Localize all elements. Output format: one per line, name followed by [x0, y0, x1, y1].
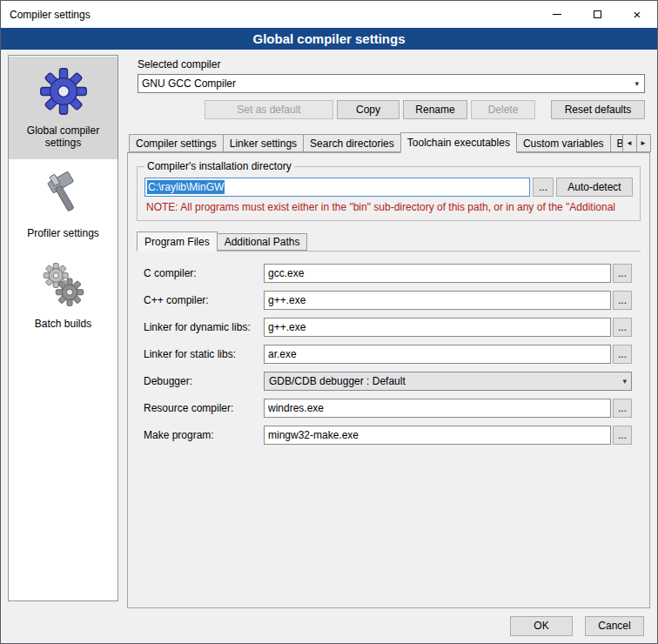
minimize-button[interactable]	[537, 1, 577, 28]
selected-compiler-label: Selected compiler	[138, 58, 650, 70]
minimize-icon	[553, 14, 561, 15]
gear-icon	[12, 65, 114, 117]
main-panel: Selected compiler GNU GCC Compiler ▾ Set…	[127, 50, 650, 608]
cancel-button[interactable]: Cancel	[585, 616, 644, 636]
installation-directory-group-title: Compiler's installation directory	[144, 160, 294, 172]
sidebar-item-label: Batch builds	[12, 318, 114, 330]
c-compiler-browse-button[interactable]: ...	[613, 264, 632, 283]
installation-directory-group: Compiler's installation directory C:\ray…	[137, 160, 641, 221]
make-program-browse-button[interactable]: ...	[613, 426, 632, 445]
tab-search-directories[interactable]: Search directories	[303, 134, 401, 152]
title-bar: Compiler settings ×	[1, 1, 657, 28]
close-button[interactable]: ×	[617, 1, 657, 28]
tab-toolchain-executables[interactable]: Toolchain executables	[400, 132, 517, 153]
profiler-tool-icon	[12, 168, 114, 220]
resource-compiler-browse-button[interactable]: ...	[613, 399, 632, 418]
compiler-action-buttons: Set as default Copy Rename Delete Reset …	[138, 100, 645, 119]
make-program-label: Make program:	[144, 429, 264, 441]
chevron-down-icon: ▾	[622, 377, 627, 386]
selected-compiler-dropdown[interactable]: GNU GCC Compiler ▾	[138, 74, 645, 93]
sidebar-item-batch-builds[interactable]: Batch builds	[9, 250, 118, 340]
debugger-label: Debugger:	[144, 375, 264, 387]
dynamic-linker-input[interactable]	[264, 318, 611, 337]
cpp-compiler-label: C++ compiler:	[144, 294, 264, 306]
chevron-down-icon: ▾	[634, 79, 641, 88]
arrow-left-icon: ◄	[626, 139, 633, 147]
sidebar-item-global-compiler-settings[interactable]: Global compiler settings	[9, 57, 118, 159]
tab-additional-paths[interactable]: Additional Paths	[217, 233, 308, 251]
installation-directory-browse-button[interactable]: ...	[533, 178, 554, 197]
debugger-row: Debugger: GDB/CDB debugger : Default ▾	[144, 372, 632, 391]
installation-directory-input[interactable]: C:\raylib\MinGW	[144, 178, 530, 197]
resource-compiler-row: Resource compiler: ...	[144, 399, 632, 418]
reset-defaults-button[interactable]: Reset defaults	[551, 100, 645, 119]
sidebar-item-label: Global compiler settings	[12, 124, 114, 149]
settings-tab-strip: Compiler settings Linker settings Search…	[129, 131, 650, 152]
installation-directory-value: C:\raylib\MinGW	[147, 180, 225, 194]
static-linker-browse-button[interactable]: ...	[613, 345, 632, 364]
make-program-row: Make program: ...	[144, 426, 632, 445]
cpp-compiler-input[interactable]	[264, 291, 611, 310]
maximize-icon	[594, 10, 601, 18]
resource-compiler-label: Resource compiler:	[144, 402, 264, 414]
tab-compiler-settings[interactable]: Compiler settings	[129, 134, 224, 152]
static-linker-input[interactable]	[264, 345, 611, 364]
rename-button[interactable]: Rename	[403, 100, 467, 119]
installation-directory-row: C:\raylib\MinGW ... Auto-detect	[144, 178, 633, 197]
maximize-button[interactable]	[577, 1, 617, 28]
installation-directory-note: NOTE: All programs must exist either in …	[146, 201, 631, 213]
arrow-right-icon: ►	[640, 139, 647, 147]
toolchain-executables-page: Compiler's installation directory C:\ray…	[127, 152, 650, 608]
tab-scroll-buttons: ◄ ►	[623, 134, 651, 152]
dialog-body: Global compiler settings Profiler settin…	[1, 50, 657, 643]
resource-compiler-input[interactable]	[264, 399, 611, 418]
c-compiler-row: C compiler: ...	[144, 264, 632, 283]
dialog-footer: OK Cancel	[1, 608, 657, 643]
page-title: Global compiler settings	[1, 28, 657, 50]
set-as-default-button[interactable]: Set as default	[205, 100, 333, 119]
settings-sidebar: Global compiler settings Profiler settin…	[8, 55, 118, 601]
tab-program-files[interactable]: Program Files	[137, 231, 218, 252]
ok-button[interactable]: OK	[510, 616, 573, 636]
sidebar-item-label: Profiler settings	[12, 227, 114, 239]
dynamic-linker-row: Linker for dynamic libs: ...	[144, 318, 632, 337]
program-files-form: C compiler: ... C++ compiler: ... Linker…	[144, 264, 632, 445]
cpp-compiler-browse-button[interactable]: ...	[613, 291, 632, 310]
debugger-dropdown[interactable]: GDB/CDB debugger : Default ▾	[264, 372, 632, 391]
program-files-tab-strip: Program Files Additional Paths	[137, 231, 641, 252]
tab-custom-variables[interactable]: Custom variables	[516, 134, 611, 152]
dynamic-linker-browse-button[interactable]: ...	[613, 318, 632, 337]
delete-button[interactable]: Delete	[471, 100, 535, 119]
c-compiler-label: C compiler:	[144, 267, 264, 279]
static-linker-row: Linker for static libs: ...	[144, 345, 632, 364]
window-title: Compiler settings	[1, 9, 91, 21]
static-linker-label: Linker for static libs:	[144, 348, 264, 360]
cpp-compiler-row: C++ compiler: ...	[144, 291, 632, 310]
tab-scroll-right-button[interactable]: ►	[636, 134, 651, 152]
copy-button[interactable]: Copy	[337, 100, 400, 119]
selected-compiler-value: GNU GCC Compiler	[142, 77, 236, 90]
tab-scroll-left-button[interactable]: ◄	[622, 134, 637, 152]
make-program-input[interactable]	[264, 426, 611, 445]
compiler-settings-dialog: Compiler settings × Global compiler sett…	[0, 0, 658, 644]
c-compiler-input[interactable]	[264, 264, 611, 283]
dynamic-linker-label: Linker for dynamic libs:	[144, 321, 264, 333]
tab-linker-settings[interactable]: Linker settings	[223, 134, 304, 152]
batch-builds-gears-icon	[12, 258, 114, 311]
sidebar-item-profiler-settings[interactable]: Profiler settings	[9, 159, 118, 250]
close-icon: ×	[634, 8, 641, 21]
window-controls: ×	[537, 1, 657, 28]
debugger-value: GDB/CDB debugger : Default	[269, 375, 406, 387]
auto-detect-button[interactable]: Auto-detect	[556, 178, 633, 197]
